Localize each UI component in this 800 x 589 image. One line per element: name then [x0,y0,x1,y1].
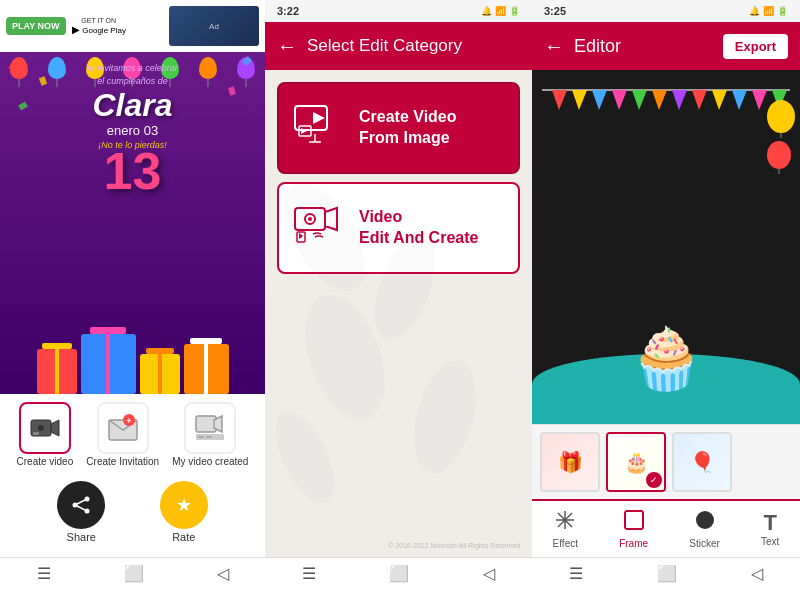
icon-row: Create video + Create Invitation [10,402,255,467]
svg-point-2 [38,425,44,431]
thumbnail-3[interactable]: 🎈 [672,432,732,492]
create-video-item[interactable]: Create video [17,402,74,467]
panel3-nav-menu[interactable]: ☰ [569,564,583,583]
panel-select-edit: 3:22 🔔 📶 🔋 ← Select Edit Category [265,0,532,589]
svg-marker-43 [632,90,647,110]
create-video-label: Create video [17,456,74,467]
export-button[interactable]: Export [723,34,788,59]
canvas-balloons [767,100,795,169]
cupcake-decoration: 🧁 [629,323,704,394]
thumbnail-strip: 🎁 🎂 ✓ 🎈 [532,424,800,499]
sticker-tool[interactable]: Sticker [689,509,720,549]
panel2-nav-bar: ☰ ⬜ ◁ [265,557,532,589]
thumbnail-1[interactable]: 🎁 [540,432,600,492]
svg-marker-23 [301,128,307,134]
text-tool[interactable]: T Text [761,512,779,547]
panel3-back-button[interactable]: ← [544,36,564,56]
cupcake-emoji: 🧁 [629,325,704,392]
editor-toolbar: Effect Frame Sticker T Text [532,499,800,557]
svg-rect-11 [206,436,212,438]
create-invitation-label: Create Invitation [86,456,159,467]
panel2-back-button[interactable]: ← [277,36,297,56]
panel1-nav-bar: ☰ ⬜ ◁ [0,557,265,589]
rate-label: Rate [172,531,195,543]
panel2-nav-home[interactable]: ⬜ [389,564,409,583]
battery-icon: 🔋 [509,6,520,16]
nav-home-icon[interactable]: ⬜ [124,564,144,583]
panel-editor: 3:25 🔔 📶 🔋 ← Editor Export [532,0,800,589]
video-edit-create-text: Video Edit And Create [359,207,478,249]
effect-icon [554,509,576,536]
rate-item[interactable]: ★ Rate [160,481,208,543]
panel2-status-icons: 🔔 📶 🔋 [481,6,520,16]
panel3-nav-home[interactable]: ⬜ [657,564,677,583]
svg-marker-42 [612,90,627,110]
text-icon: T [763,512,776,534]
svg-point-29 [308,217,312,221]
panel3-nav-back[interactable]: ◁ [751,564,763,583]
ad-bar: PLAY NOW GET IT ON ▶ Google Play Ad [0,0,265,52]
create-video-from-image-option[interactable]: Create Video From Image [277,82,520,174]
panel3-time: 3:25 [544,5,566,17]
panel3-battery-icon: 🔋 [777,6,788,16]
age-number: 13 [87,145,178,197]
panel2-time: 3:22 [277,5,299,17]
frame-tool[interactable]: Frame [619,509,648,549]
sticker-label: Sticker [689,538,720,549]
frame-label: Frame [619,538,648,549]
panel3-header: ← Editor Export [532,22,800,70]
bottom-menu: Create video + Create Invitation [0,394,265,557]
thumbnail-check-icon: ✓ [646,472,662,488]
create-invitation-item[interactable]: + Create Invitation [86,402,159,467]
my-video-icon [184,402,236,454]
svg-text:+: + [126,416,131,426]
svg-rect-3 [33,432,39,435]
balloon-orange [199,57,217,79]
signal-icon: 📶 [495,6,506,16]
svg-rect-7 [196,416,216,432]
create-invitation-icon: + [97,402,149,454]
svg-text:★: ★ [176,495,192,515]
bunting-decoration [532,75,800,135]
svg-marker-49 [752,90,767,110]
svg-marker-41 [592,90,607,110]
action-row: Share ★ Rate [10,475,255,549]
invite-line1: te invitamos a celebrar [87,62,178,75]
birthday-date: enero 03 [87,123,178,138]
text-label: Text [761,536,779,547]
my-video-created-label: My video created [172,456,248,467]
svg-marker-44 [652,90,667,110]
video-camera-icon [293,198,345,258]
balloon-purple [237,57,255,79]
watermark-text: © 2016-2022 Moonish All Rights Reserved. [388,542,522,549]
google-play-text: GET IT ON [81,17,116,24]
svg-marker-47 [712,90,727,110]
panel2-nav-menu[interactable]: ☰ [302,564,316,583]
ad-image: Ad [169,6,259,46]
google-play-badge: GET IT ON ▶ Google Play [72,17,126,35]
svg-marker-27 [325,208,337,230]
card-text-area: te invitamos a celebrar el cumpleaños de… [87,52,178,197]
svg-marker-21 [313,112,325,124]
share-item[interactable]: Share [57,481,105,543]
play-now-button[interactable]: PLAY NOW [6,17,66,35]
svg-marker-32 [299,233,303,239]
effect-tool[interactable]: Effect [553,509,578,549]
my-video-created-item[interactable]: My video created [172,402,248,467]
edit-options-area: Create Video From Image [265,70,532,589]
panel2-status-bar: 3:22 🔔 📶 🔋 [265,0,532,22]
nav-back-icon[interactable]: ◁ [217,564,229,583]
notification-icon: 🔔 [481,6,492,16]
video-edit-create-option[interactable]: Video Edit And Create [277,182,520,274]
thumbnail-2[interactable]: 🎂 ✓ [606,432,666,492]
header-left: ← Editor [544,36,621,57]
effect-label: Effect [553,538,578,549]
nav-menu-icon[interactable]: ☰ [37,564,51,583]
svg-marker-46 [692,90,707,110]
svg-marker-45 [672,90,687,110]
panel2-nav-back[interactable]: ◁ [483,564,495,583]
invite-line2: el cumpleaños de [87,75,178,88]
svg-marker-40 [572,90,587,110]
balloon-blue [48,57,66,79]
editor-canvas: 🧁 [532,70,800,424]
